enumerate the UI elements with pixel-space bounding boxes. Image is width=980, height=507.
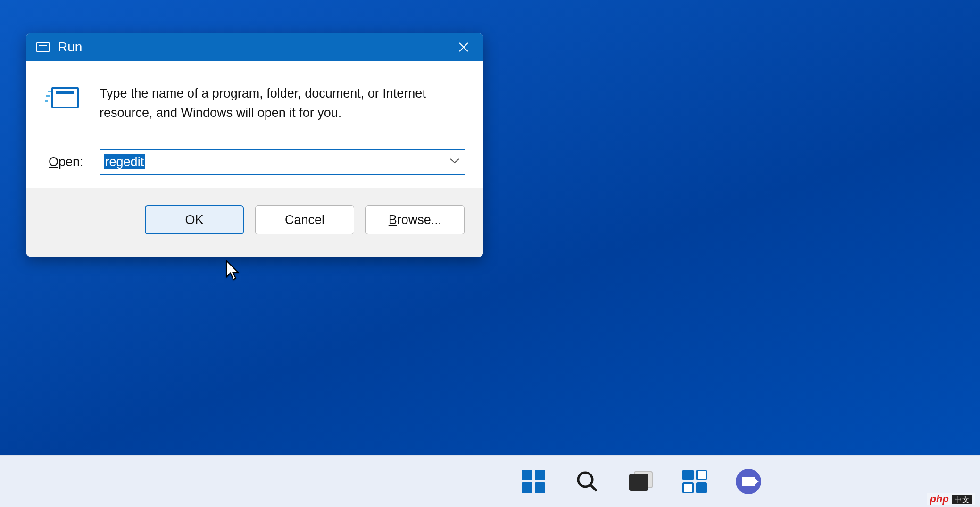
svg-line-3 xyxy=(591,485,597,491)
chevron-down-icon[interactable] xyxy=(449,158,460,166)
run-program-icon xyxy=(49,84,79,108)
taskbar xyxy=(0,455,980,507)
run-dialog: Run Type the name of a program, folder, … xyxy=(26,33,483,257)
search-icon xyxy=(575,469,599,494)
open-combobox[interactable]: regedit xyxy=(100,149,465,175)
cancel-button[interactable]: Cancel xyxy=(255,205,354,234)
open-label: Open: xyxy=(49,155,83,169)
search-button[interactable] xyxy=(573,468,601,495)
window-title: Run xyxy=(58,40,82,55)
close-icon xyxy=(458,42,469,52)
task-view-icon xyxy=(629,471,653,492)
dialog-footer: OK Cancel Browse... xyxy=(26,188,483,257)
dialog-body: Type the name of a program, folder, docu… xyxy=(26,61,483,188)
watermark: php中文 xyxy=(927,493,975,505)
browse-button-label: Browse... xyxy=(389,213,442,227)
chat-button[interactable] xyxy=(735,468,762,495)
open-input-value[interactable]: regedit xyxy=(104,154,145,169)
titlebar[interactable]: Run xyxy=(26,33,483,61)
chat-icon xyxy=(736,469,761,494)
svg-point-2 xyxy=(578,473,592,487)
browse-button[interactable]: Browse... xyxy=(365,205,465,234)
widgets-button[interactable] xyxy=(681,468,708,495)
dialog-description: Type the name of a program, folder, docu… xyxy=(100,84,458,122)
windows-logo-icon xyxy=(522,470,545,493)
start-button[interactable] xyxy=(520,468,547,495)
desktop: Run Type the name of a program, folder, … xyxy=(0,0,980,507)
widgets-icon xyxy=(682,470,707,493)
close-button[interactable] xyxy=(452,36,475,58)
ok-button-label: OK xyxy=(185,213,203,227)
run-icon xyxy=(36,42,50,52)
cancel-button-label: Cancel xyxy=(285,213,324,227)
task-view-button[interactable] xyxy=(627,468,655,495)
mouse-cursor-icon xyxy=(225,260,241,283)
ok-button[interactable]: OK xyxy=(145,205,244,234)
